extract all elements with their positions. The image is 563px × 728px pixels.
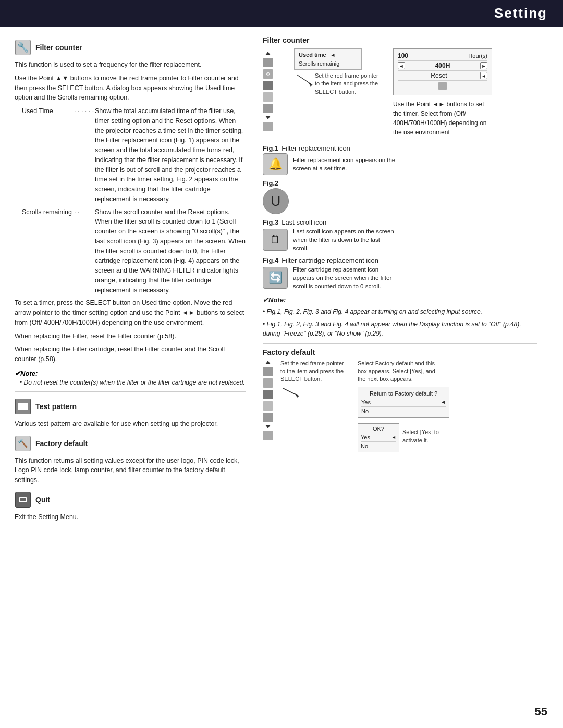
filter-note-title: ✔Note: bbox=[15, 369, 246, 377]
test-pattern-desc: Various test pattern are available for u… bbox=[15, 419, 246, 429]
filter-counter-icon: 🔧 bbox=[15, 39, 31, 56]
fig4-caption: Filter cartridge replacement icon bbox=[282, 256, 378, 264]
menu-icons-col: ⚙ bbox=[263, 48, 273, 132]
fig1-caption-title: Filter replacement icon bbox=[282, 144, 350, 152]
test-icon bbox=[15, 399, 31, 414]
right-note-line-1: • Fig.1, Fig. 2, Fig. 3 and Fig. 4 appea… bbox=[263, 307, 537, 316]
right-note-block: ✔Note: • Fig.1, Fig. 2, Fig. 3 and Fig. … bbox=[263, 296, 537, 338]
scroll-down-arrow bbox=[265, 116, 271, 119]
factory-icon-1 bbox=[263, 367, 273, 376]
filter-counter-intro: This function is used to set a frequency… bbox=[15, 60, 246, 70]
menu-icon-3 bbox=[263, 81, 273, 90]
timer-left-btn[interactable]: ◄ bbox=[398, 62, 405, 69]
used-time-desc: Show the total accumulated time of the f… bbox=[95, 106, 246, 204]
fig1-desc: Filter replacement icon appears on the s… bbox=[293, 156, 397, 172]
right-note-line-2: • Fig.1, Fig. 2, Fig. 3 and Fig. 4 will … bbox=[263, 319, 537, 338]
timer-instruction: To set a timer, press the SELECT button … bbox=[15, 298, 246, 327]
filter-counter-diagram: ⚙ Used time ◄ bbox=[263, 48, 537, 137]
scrolls-remaining-desc: Show the scroll counter and the Reset op… bbox=[95, 207, 246, 295]
right-filter-counter-title: Filter counter bbox=[263, 36, 537, 44]
confirm-yes-label: Yes bbox=[361, 399, 440, 405]
hours-small-icon bbox=[438, 82, 447, 90]
factory-default-section-title: 🔨 Factory default bbox=[15, 435, 246, 452]
factory-icon-6 bbox=[263, 431, 273, 440]
hours-setting-area: 100 Hour(s) ◄ 400H ► Reset ◄ bbox=[393, 48, 492, 137]
confirm-yes-row: Yes ◄ bbox=[361, 398, 446, 407]
reset-row: Reset ◄ bbox=[398, 71, 487, 81]
use-point-text: Use the Point ◄► buttons to set the time… bbox=[393, 100, 492, 137]
factory-set-caption: Set the red frame pointer to the item an… bbox=[280, 360, 348, 384]
factory-scroll-up bbox=[265, 361, 271, 364]
fig1-label: Fig.1 bbox=[263, 144, 278, 152]
fig3-section: Fig.3 Last scroll icon 🗒 Last scroll ico… bbox=[263, 218, 537, 252]
factory-confirm-area: Select Factory default and this box appe… bbox=[358, 360, 449, 452]
ok-yes-arrow: ◄ bbox=[391, 435, 396, 440]
right-note-text-2: • Fig.1, Fig. 2, Fig. 3 and Fig. 4 will … bbox=[263, 320, 521, 337]
confirm-yes-arrow: ◄ bbox=[440, 399, 446, 405]
used-time-dots: . . . . . . bbox=[74, 106, 95, 204]
hours-value: 100 bbox=[398, 52, 408, 59]
factory-note-text: Select Factory default and this box appe… bbox=[358, 360, 441, 384]
used-time-dialog: Used time ◄ Scrolls remainig bbox=[294, 48, 383, 96]
used-time-menu-label: Used time bbox=[299, 52, 326, 58]
timer-value: 400H bbox=[435, 62, 450, 69]
ok-no-label: No bbox=[361, 443, 368, 449]
factory-default-desc: This function returns all setting values… bbox=[15, 456, 246, 485]
fig1-section: Fig.1 Filter replacement icon 🔔 Filter r… bbox=[263, 144, 537, 175]
quit-label: Quit bbox=[35, 496, 50, 504]
right-column: Filter counter ⚙ bbox=[255, 36, 547, 526]
used-time-menu-arrow: ◄ bbox=[331, 52, 336, 58]
scrolls-remaining-row: Scrolls remaining . . Show the scroll co… bbox=[22, 207, 246, 295]
factory-icon-3 bbox=[263, 390, 273, 399]
fig2-icon: U bbox=[263, 188, 289, 214]
replace-cartridge: When replacing the Filter cartridge, res… bbox=[15, 344, 246, 364]
factory-menu-icons bbox=[263, 360, 273, 441]
fig3-desc: Last scroll icon appears on the screen w… bbox=[293, 227, 397, 252]
fig3-icon-box: 🗒 Last scroll icon appears on the screen… bbox=[263, 227, 537, 252]
menu-icon-1 bbox=[263, 58, 273, 67]
timer-right-btn[interactable]: ► bbox=[480, 62, 487, 69]
quit-icon bbox=[15, 491, 31, 508]
filter-counter-label: Filter counter bbox=[35, 43, 82, 52]
menu-icon-5 bbox=[263, 104, 273, 113]
factory-confirm-box: Return to Factory default ? Yes ◄ No bbox=[358, 387, 449, 418]
factory-caption-col: Set the red frame pointer to the item an… bbox=[280, 360, 348, 399]
factory-icon-4 bbox=[263, 401, 273, 411]
hours-icon-row bbox=[398, 81, 487, 93]
scrolls-remaining-term: Scrolls remaining bbox=[22, 207, 74, 295]
factory-diagram: Set the red frame pointer to the item an… bbox=[263, 360, 537, 452]
page-number: 55 bbox=[535, 705, 547, 719]
ok-yes-label: Yes bbox=[361, 434, 391, 440]
quit-section-title: Quit bbox=[15, 491, 246, 508]
confirm-no-row: No bbox=[361, 407, 446, 415]
fig2-title-row: Fig.2 bbox=[263, 179, 537, 187]
menu-icon-4 bbox=[263, 92, 273, 102]
factory-default-label: Factory default bbox=[35, 439, 88, 448]
fig4-section: Fig.4 Filter cartridge replacement icon … bbox=[263, 256, 537, 290]
filter-dialog-area: Used time ◄ Scrolls remainig bbox=[278, 48, 383, 96]
page-header: Setting bbox=[0, 0, 563, 27]
svg-line-0 bbox=[297, 75, 312, 85]
scrolls-remaining-dots: . . bbox=[74, 207, 95, 295]
right-factory-default-title: Factory default bbox=[263, 348, 537, 356]
replace-filter: When replacing the Filter, reset the Fil… bbox=[15, 331, 246, 341]
fig4-icon-box: 🔄 Filter cartridge replacement icon appe… bbox=[263, 265, 537, 290]
hours-unit: Hour(s) bbox=[468, 53, 487, 59]
set-pointer-caption: Set the red frame pointer to the item an… bbox=[315, 72, 383, 96]
fig4-icon: 🔄 bbox=[263, 267, 288, 289]
filter-counter-section-title: 🔧 Filter counter bbox=[15, 39, 246, 56]
fig4-label: Fig.4 bbox=[263, 256, 278, 264]
used-time-block: Used Time . . . . . . Show the total acc… bbox=[22, 106, 246, 204]
fig3-label: Fig.3 bbox=[263, 218, 278, 226]
factory-scroll-down bbox=[265, 425, 271, 428]
note-checkmark: ✔Note: bbox=[15, 369, 38, 377]
used-time-menu-box: Used time ◄ Scrolls remainig bbox=[294, 48, 362, 70]
reset-arrow[interactable]: ◄ bbox=[480, 72, 487, 79]
factory-pointer-arrow bbox=[280, 386, 301, 399]
confirm-no-label: No bbox=[361, 408, 446, 414]
factory-default-icon: 🔨 bbox=[15, 436, 31, 451]
scrolls-remaining-block: Scrolls remaining . . Show the scroll co… bbox=[22, 207, 246, 295]
fig2-label: Fig.2 bbox=[263, 179, 278, 187]
filter-icon: 🔧 bbox=[15, 40, 31, 55]
hours-value-row: 100 Hour(s) bbox=[398, 51, 487, 61]
